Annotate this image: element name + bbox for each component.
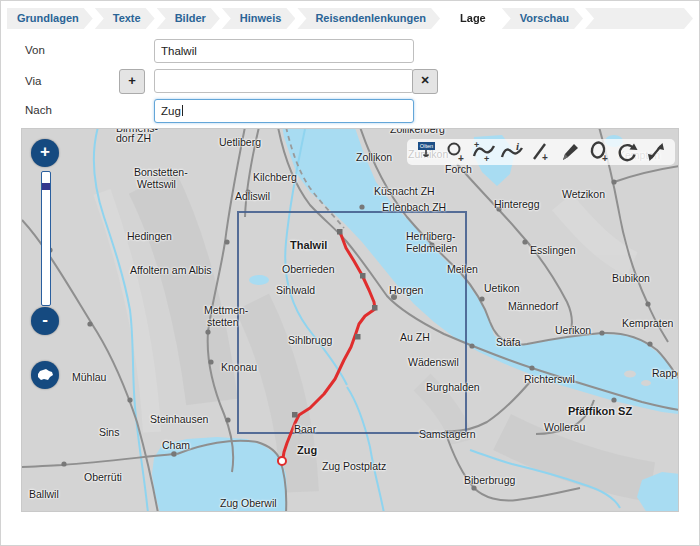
map-label: Zollikon [356,151,392,163]
add-node-tool[interactable]: + [586,140,612,164]
map-label: stetten [207,316,239,328]
map-label: Küsnacht ZH [374,185,435,197]
via-input[interactable] [154,69,414,93]
switzerland-outline-icon [36,368,54,382]
svg-text:+: + [474,140,479,150]
via-label: Via [25,75,41,87]
map-label: Sihlbrugg [288,334,332,346]
map-label: Bubikon [612,272,650,284]
map-label: Zug Postplatz [322,460,386,472]
map-label: Sihlwald [276,284,315,296]
map-label: Bonstetten- [134,166,188,178]
map-label: Oberrieden [282,263,335,275]
map-label: Uerikon [555,324,591,336]
breadcrumb: GrundlagenTexteBilderHinweisReisendenlen… [7,8,693,29]
map-label: Wetzikon [562,188,605,200]
map-label: Pfäffikon SZ [568,405,632,417]
von-label: Von [25,44,45,56]
map-label: Männedorf [508,300,558,312]
map-label: Biberbrugg [464,474,515,486]
map-label: Stäfa [496,336,521,348]
map-label: Mühlau [72,371,106,383]
breadcrumb-item-lage[interactable]: Lage [442,8,500,29]
zoom-in-button[interactable]: + [31,139,59,167]
map-label: Feldmeilen [406,242,457,254]
map-label: Horgen [389,284,423,296]
map-label: Adliswil [235,190,270,202]
zoom-slider[interactable] [41,171,51,306]
map-label: Hedingen [127,230,172,242]
place-label-tool[interactable]: Olten [413,140,439,164]
zoom-slider-handle[interactable] [42,183,50,190]
map-label: Uetliberg [219,136,261,148]
von-input[interactable]: Thalwil [154,39,414,63]
breadcrumb-item-texte[interactable]: Texte [95,8,155,29]
map-label: dorf ZH [116,132,151,144]
map-label: Zug Oberwil [220,497,277,509]
edit-pencil-tool[interactable] [557,140,583,164]
map-label: Herrliberg- [406,230,456,242]
refresh-tool[interactable] [614,140,640,164]
map-label: Oberrüti [84,471,122,483]
map-label: Erlenbach ZH [382,201,446,213]
breadcrumb-item-vorschau[interactable]: Vorschau [502,8,583,29]
add-point-tool[interactable]: + [442,140,468,164]
route-end-marker [278,457,286,465]
map-label: Baar [294,423,316,435]
svg-text:+: + [542,152,548,163]
zoom-out-button[interactable]: - [31,307,59,335]
map-label: Knonau [221,361,257,373]
breadcrumb-item-reisendenlenkungen[interactable]: Reisendenlenkungen [297,8,440,29]
map-label: Thalwil [290,239,327,251]
map-label: Richterswil [524,373,575,385]
map-label: Hinteregg [494,198,540,210]
map-label: Kilchberg [253,171,297,183]
remove-via-button[interactable]: ✕ [412,69,438,94]
map-label: Wollerau [544,421,585,433]
map-label: Steinhausen [150,413,208,425]
map-label: Samstagern [419,428,476,440]
map-label: Zug [297,444,317,456]
add-via-button[interactable]: + [119,69,145,94]
map-label: Esslingen [530,244,576,256]
breadcrumb-item-hinweis[interactable]: Hinweis [222,8,296,29]
map-label: Cham [162,439,190,451]
text-caret [182,105,183,116]
overview-switzerland-button[interactable] [31,361,59,389]
map-label: Wädenswil [408,356,459,368]
nach-input[interactable]: Zug [154,99,414,123]
fullscreen-tool[interactable] [643,140,669,164]
map-canvas[interactable]: Birmens-dorf ZHUetlibergZollikerbergZoll… [21,128,679,512]
wizard-page: GrundlagenTexteBilderHinweisReisendenlen… [0,0,700,546]
map-label: Uetikon [484,282,520,294]
map-label: Sins [99,426,119,438]
breadcrumb-item-bilder[interactable]: Bilder [157,8,220,29]
svg-text:+: + [484,154,489,164]
add-route-tool[interactable]: + + [471,140,497,164]
svg-text:Olten: Olten [420,143,433,149]
breadcrumb-item-grundlagen[interactable]: Grundlagen [7,8,93,29]
map-label: Kempraten [622,317,673,329]
map-label: Ballwil [29,488,59,500]
svg-text:+: + [458,153,464,164]
map-label: Zollikerberg [390,128,445,135]
map-label: Burghalden [426,381,480,393]
map-label: Rapperswil [652,367,679,379]
nach-label: Nach [25,104,52,116]
map-toolbar: Olten + + + i [407,139,675,165]
map-label: Wettswil [137,178,176,190]
map-label: Meilen [447,263,478,275]
map-label: Affoltern am Albis [130,264,212,276]
map-graphics [22,129,679,512]
map-label: Au ZH [400,331,430,343]
route-info-tool[interactable]: i [499,140,525,164]
add-segment-tool[interactable]: + [528,140,554,164]
svg-text:+: + [602,153,608,164]
map-label: Mettmen- [204,304,248,316]
breadcrumb-filler [585,8,693,29]
